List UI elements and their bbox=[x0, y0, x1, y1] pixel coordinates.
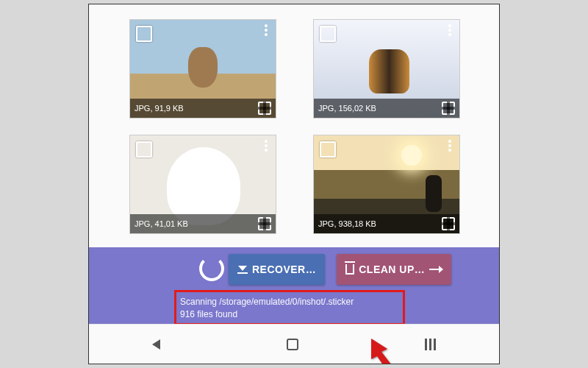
info-bar: JPG, 91,9 KB bbox=[130, 99, 276, 118]
more-icon[interactable] bbox=[443, 24, 456, 36]
nav-home-icon[interactable] bbox=[287, 339, 298, 350]
recover-button[interactable]: RECOVER… bbox=[229, 254, 325, 285]
select-checkbox[interactable] bbox=[136, 26, 152, 42]
action-bar: RECOVER… CLEAN UP… bbox=[89, 247, 499, 291]
status-path: Scanning /storage/emulated/0/inshot/.sti… bbox=[180, 296, 489, 308]
loading-spinner-icon bbox=[199, 256, 224, 281]
photo-tile[interactable]: Sốc vãi mèo JPG, 41,01 KB bbox=[129, 135, 276, 234]
trash-icon bbox=[345, 264, 354, 275]
android-navbar bbox=[89, 324, 499, 364]
more-icon[interactable] bbox=[443, 140, 456, 152]
expand-icon[interactable] bbox=[258, 217, 271, 230]
nav-recent-icon[interactable] bbox=[425, 339, 436, 350]
info-bar: JPG, 41,01 KB bbox=[130, 214, 276, 233]
info-bar: JPG, 156,02 KB bbox=[314, 99, 459, 118]
file-info: JPG, 41,01 KB bbox=[135, 219, 188, 228]
file-info: JPG, 156,02 KB bbox=[318, 104, 376, 113]
more-icon[interactable] bbox=[259, 24, 273, 36]
cleanup-button[interactable]: CLEAN UP… bbox=[337, 254, 451, 285]
arrow-right-icon bbox=[429, 269, 442, 270]
select-checkbox[interactable] bbox=[320, 141, 336, 158]
svg-marker-0 bbox=[371, 339, 396, 364]
photo-tile[interactable]: JPG, 156,02 KB bbox=[313, 19, 460, 118]
nav-back-icon[interactable] bbox=[152, 339, 160, 350]
cleanup-label: CLEAN UP… bbox=[359, 263, 425, 275]
expand-icon[interactable] bbox=[442, 217, 455, 230]
app-screen: JPG, 91,9 KB JPG, 156,02 KB Sốc vãi mèo … bbox=[88, 4, 500, 364]
select-checkbox[interactable] bbox=[136, 141, 152, 158]
status-bar: Scanning /storage/emulated/0/inshot/.sti… bbox=[89, 291, 499, 324]
status-count: 916 files found bbox=[180, 308, 489, 321]
photo-tile[interactable]: JPG, 938,18 KB bbox=[313, 135, 460, 234]
select-checkbox[interactable] bbox=[320, 26, 336, 42]
thumb-caption: Sốc vãi mèo bbox=[178, 202, 227, 211]
download-icon bbox=[237, 266, 248, 274]
file-info: JPG, 938,18 KB bbox=[318, 219, 376, 228]
expand-icon[interactable] bbox=[258, 102, 271, 115]
recover-label: RECOVER… bbox=[252, 263, 316, 275]
photo-tile[interactable]: JPG, 91,9 KB bbox=[129, 19, 276, 118]
more-icon[interactable] bbox=[259, 140, 273, 152]
file-info: JPG, 91,9 KB bbox=[135, 104, 184, 113]
info-bar: JPG, 938,18 KB bbox=[314, 214, 459, 233]
expand-icon[interactable] bbox=[442, 102, 455, 115]
